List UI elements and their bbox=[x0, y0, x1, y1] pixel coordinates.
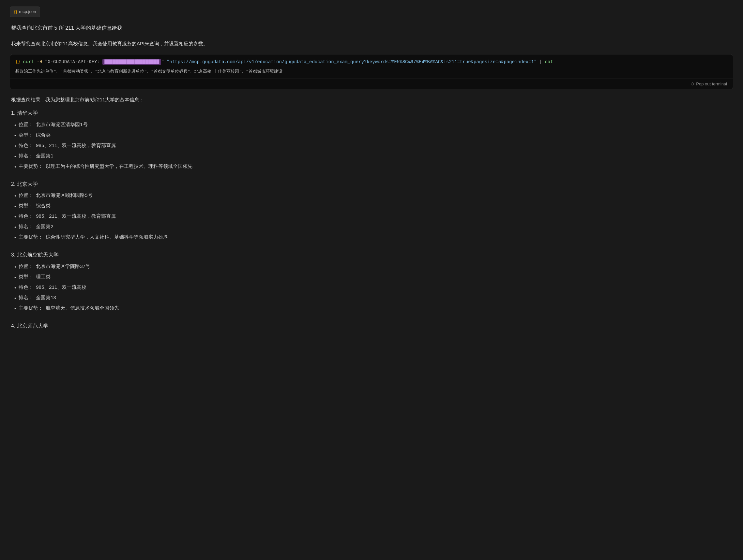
bullet-icon: • bbox=[14, 152, 16, 160]
pipe-symbol: | bbox=[539, 59, 545, 64]
bullet-icon: • bbox=[14, 294, 16, 302]
bullet-icon: • bbox=[14, 274, 16, 281]
university-detail: • 排名： 全国第2 bbox=[11, 223, 732, 231]
curl-cmd: curl bbox=[23, 59, 34, 64]
detail-value: 理工类 bbox=[36, 273, 51, 281]
detail-label: 主要优势： bbox=[18, 304, 43, 312]
bullet-icon: • bbox=[14, 142, 16, 150]
detail-label: 类型： bbox=[18, 273, 33, 281]
detail-label: 位置： bbox=[18, 121, 33, 129]
university-title-3: 3. 北京航空航天大学 bbox=[11, 251, 732, 259]
detail-value: 985、211、双一流高校，教育部直属 bbox=[36, 141, 116, 149]
bullet-icon: • bbox=[14, 121, 16, 129]
pop-out-terminal-button[interactable]: ⬡ Pop out terminal bbox=[689, 81, 729, 87]
detail-label: 特色： bbox=[18, 283, 33, 291]
university-name-2: 北京大学 bbox=[17, 181, 38, 187]
detail-value: 以理工为主的综合性研究型大学，在工程技术、理科等领域全国领先 bbox=[46, 162, 192, 170]
pop-out-icon: ⬡ bbox=[691, 82, 694, 86]
university-number-2: 2. bbox=[11, 181, 15, 187]
university-title-2: 2. 北京大学 bbox=[11, 180, 732, 188]
university-item-3: 3. 北京航空航天大学 • 位置： 北京市海淀区学院路37号 • 类型： 理工类… bbox=[10, 251, 733, 313]
pop-out-label: Pop out terminal bbox=[696, 82, 727, 86]
university-detail: • 类型： 理工类 bbox=[11, 273, 732, 281]
university-detail: • 排名： 全国第1 bbox=[11, 152, 732, 160]
university-detail: • 特色： 985、211、双一流高校，教育部直属 bbox=[11, 141, 732, 150]
bullet-icon: • bbox=[14, 163, 16, 171]
university-name-1: 清华大学 bbox=[17, 110, 38, 116]
header-key: "X-GUGUDATA-API-KEY: bbox=[45, 59, 102, 64]
university-title-4: 4. 北京师范大学 bbox=[11, 322, 732, 330]
bullet-icon: • bbox=[14, 305, 16, 313]
detail-value: 北京市海淀区学院路37号 bbox=[36, 263, 90, 270]
bullet-icon: • bbox=[14, 192, 16, 200]
result-intro: 根据查询结果，我为您整理北京市前5所211大学的基本信息： bbox=[10, 96, 733, 104]
detail-label: 特色： bbox=[18, 141, 33, 149]
university-detail: • 类型： 综合类 bbox=[11, 131, 732, 140]
terminal-output: 想政治工作先进单位"、"首都劳动奖状"、"北京市教育创新先进单位"、"首都文明单… bbox=[10, 67, 733, 79]
detail-label: 主要优势： bbox=[18, 233, 43, 241]
curl-flag: -H bbox=[37, 59, 45, 64]
detail-value: 综合类 bbox=[36, 131, 51, 139]
university-detail: • 位置： 北京市海淀区学院路37号 bbox=[11, 263, 732, 271]
bullet-icon: • bbox=[14, 213, 16, 221]
bullet-icon: • bbox=[14, 132, 16, 140]
terminal-footer: ⬡ Pop out terminal bbox=[10, 79, 733, 89]
bullet-icon: • bbox=[14, 284, 16, 292]
terminal-command: curl -H "X-GUGUDATA-API-KEY: ███████████… bbox=[23, 58, 553, 65]
university-detail: • 主要优势： 以理工为主的综合性研究型大学，在工程技术、理科等领域全国领先 bbox=[11, 162, 732, 171]
detail-value: 航空航天、信息技术领域全国领先 bbox=[46, 304, 119, 312]
detail-label: 排名： bbox=[18, 152, 33, 160]
university-name-3: 北京航空航天大学 bbox=[17, 252, 59, 258]
university-name-4: 北京师范大学 bbox=[17, 323, 48, 329]
detail-value: 综合性研究型大学，人文社科、基础科学等领域实力雄厚 bbox=[46, 233, 168, 241]
university-number-4: 4. bbox=[11, 323, 15, 329]
university-number-3: 3. bbox=[11, 252, 15, 258]
university-detail: • 主要优势： 综合性研究型大学，人文社科、基础科学等领域实力雄厚 bbox=[11, 233, 732, 241]
university-detail: • 特色： 985、211、双一流高校 bbox=[11, 283, 732, 292]
bullet-icon: • bbox=[14, 223, 16, 231]
detail-label: 类型： bbox=[18, 131, 33, 139]
universities-list: 1. 清华大学 • 位置： 北京市海淀区清华园1号 • 类型： 综合类 • 特色… bbox=[10, 109, 733, 330]
detail-value: 985、211、双一流高校，教育部直属 bbox=[36, 212, 116, 220]
assistant-intro: 我来帮您查询北京市的211高校信息。我会使用教育服务的API来查询，并设置相应的… bbox=[10, 40, 733, 48]
detail-label: 类型： bbox=[18, 202, 33, 209]
university-detail: • 主要优势： 航空航天、信息技术领域全国领先 bbox=[11, 304, 732, 313]
detail-value: 985、211、双一流高校 bbox=[36, 283, 86, 291]
cat-cmd: cat bbox=[545, 59, 553, 64]
university-detail: • 位置： 北京市海淀区颐和园路5号 bbox=[11, 191, 732, 200]
detail-label: 排名： bbox=[18, 223, 33, 230]
detail-value: 北京市海淀区清华园1号 bbox=[36, 121, 87, 129]
terminal-block: {} curl -H "X-GUGUDATA-API-KEY: ████████… bbox=[10, 54, 733, 89]
detail-value: 全国第1 bbox=[36, 152, 53, 160]
api-url: "https://mcp.gugudata.com/api/v1/educati… bbox=[167, 59, 536, 64]
university-item-4: 4. 北京师范大学 bbox=[10, 322, 733, 330]
university-number-1: 1. bbox=[11, 110, 15, 116]
bullet-icon: • bbox=[14, 234, 16, 241]
page-container: {} mcp.json 帮我查询北京市前 5 所 211 大学的基础信息给我 我… bbox=[0, 0, 743, 560]
detail-label: 排名： bbox=[18, 294, 33, 301]
file-tab-icon: {} bbox=[14, 9, 17, 15]
detail-value: 综合类 bbox=[36, 202, 51, 209]
file-tab[interactable]: {} mcp.json bbox=[10, 6, 40, 17]
bullet-icon: • bbox=[14, 263, 16, 271]
university-detail: • 类型： 综合类 bbox=[11, 202, 732, 210]
detail-value: 全国第2 bbox=[36, 223, 53, 230]
bullet-icon: • bbox=[14, 202, 16, 210]
detail-label: 特色： bbox=[18, 212, 33, 220]
detail-label: 位置： bbox=[18, 263, 33, 270]
university-item-1: 1. 清华大学 • 位置： 北京市海淀区清华园1号 • 类型： 综合类 • 特色… bbox=[10, 109, 733, 171]
user-query: 帮我查询北京市前 5 所 211 大学的基础信息给我 bbox=[10, 24, 733, 32]
university-title-1: 1. 清华大学 bbox=[11, 109, 732, 118]
university-item-2: 2. 北京大学 • 位置： 北京市海淀区颐和园路5号 • 类型： 综合类 • 特… bbox=[10, 180, 733, 242]
university-detail: • 位置： 北京市海淀区清华园1号 bbox=[11, 121, 732, 129]
detail-label: 位置： bbox=[18, 191, 33, 199]
detail-value: 全国第13 bbox=[36, 294, 56, 301]
api-key-masked: ████████████████████ bbox=[102, 59, 161, 65]
terminal-command-line: {} curl -H "X-GUGUDATA-API-KEY: ████████… bbox=[10, 54, 733, 67]
detail-label: 主要优势： bbox=[18, 162, 43, 170]
terminal-prompt-icon: {} bbox=[15, 59, 20, 65]
university-detail: • 排名： 全国第13 bbox=[11, 294, 732, 302]
file-tab-label: mcp.json bbox=[19, 8, 36, 15]
university-detail: • 特色： 985、211、双一流高校，教育部直属 bbox=[11, 212, 732, 221]
detail-value: 北京市海淀区颐和园路5号 bbox=[36, 191, 92, 199]
